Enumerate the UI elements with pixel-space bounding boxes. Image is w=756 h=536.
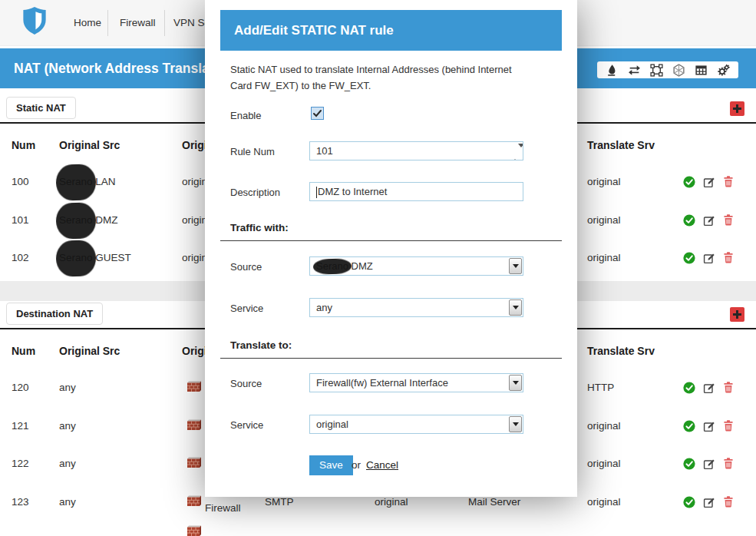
- redacted-text: Serano: [316, 257, 348, 275]
- translate-source-select[interactable]: Firewall(fw) External Interface: [309, 373, 523, 392]
- rule-enabled-icon[interactable]: [683, 214, 695, 227]
- original-src: Serano DMZ: [59, 201, 118, 240]
- rule-num-value: 101: [316, 145, 333, 157]
- spinner-down-icon[interactable]: [518, 144, 523, 159]
- redacted-text: Serano: [59, 239, 93, 277]
- table-row-partial: [0, 513, 756, 536]
- modal-title: Add/Edit STATIC NAT rule: [220, 10, 562, 51]
- traffic-service-select[interactable]: any: [309, 298, 523, 317]
- traffic-source-select[interactable]: Serano DMZ: [309, 256, 523, 276]
- edit-rule-icon[interactable]: [703, 176, 715, 188]
- traffic-service-label: Service: [230, 303, 263, 314]
- rule-num: 121: [12, 407, 29, 445]
- rule-num: 101: [12, 201, 29, 240]
- rule-enabled-icon[interactable]: [683, 176, 695, 188]
- cancel-link[interactable]: Cancel: [366, 459, 398, 471]
- translate-srv: original: [587, 407, 621, 445]
- edit-rule-icon[interactable]: [703, 458, 715, 470]
- delete-rule-icon[interactable]: [722, 495, 735, 508]
- rule-num: 102: [12, 239, 29, 277]
- delete-rule-icon[interactable]: [722, 213, 735, 226]
- column-header: Num: [12, 130, 35, 160]
- traffic-with-heading: Traffic with:: [230, 222, 289, 233]
- enable-label: Enable: [230, 110, 261, 121]
- rule-num: 120: [12, 369, 29, 407]
- translate-service-select[interactable]: original: [309, 415, 523, 434]
- destination-nat-section-label: Destination NAT: [6, 303, 103, 325]
- table-grid-icon[interactable]: [695, 64, 708, 77]
- edit-rule-icon[interactable]: [703, 252, 715, 264]
- nav-item-home[interactable]: Home: [74, 0, 101, 46]
- dropdown-button[interactable]: [509, 258, 522, 274]
- chevron-down-icon: [513, 264, 519, 268]
- modal-header: Add/Edit STATIC NAT rule: [220, 10, 562, 51]
- delete-rule-icon[interactable]: [722, 381, 735, 393]
- column-header: Translate Srv: [587, 130, 655, 160]
- original-src: any: [59, 369, 76, 407]
- firewall-brick-icon: [187, 456, 202, 468]
- delete-rule-icon[interactable]: [722, 457, 735, 469]
- traffic-source-value: DMZ: [352, 260, 373, 272]
- translate-service-label: Service: [230, 419, 263, 431]
- spinner-up-icon[interactable]: [512, 147, 518, 160]
- nav-separator: [107, 10, 108, 36]
- section-rule: [220, 358, 562, 359]
- description-label: Description: [230, 187, 280, 198]
- firewall-brick-icon: [187, 495, 202, 507]
- rule-num: 100: [12, 163, 29, 201]
- exchange-arrows-icon[interactable]: [628, 64, 641, 77]
- translate-srv: original: [587, 201, 621, 240]
- original-src: any: [59, 445, 76, 483]
- translate-source-value: Firewall(fw) External Interface: [316, 377, 448, 389]
- translate-srv: original: [587, 239, 621, 277]
- firewall-brick-icon: [187, 380, 202, 392]
- dropdown-button[interactable]: [509, 299, 522, 316]
- rule-enabled-icon[interactable]: [683, 458, 695, 470]
- edit-rule-icon[interactable]: [703, 496, 715, 508]
- edit-rule-icon[interactable]: [703, 214, 715, 227]
- number-spinner[interactable]: [512, 144, 519, 160]
- edit-rule-icon[interactable]: [703, 420, 715, 432]
- section-rule: [220, 240, 562, 241]
- vector-square-icon[interactable]: [650, 64, 663, 77]
- dropdown-button[interactable]: [509, 416, 522, 432]
- header-toolbar: [597, 61, 738, 78]
- translate-srv: original: [587, 445, 621, 483]
- ink-pen-icon[interactable]: [606, 64, 619, 77]
- chevron-down-icon: [513, 306, 519, 309]
- delete-rule-icon[interactable]: [722, 419, 735, 432]
- translate-srv: original: [587, 163, 621, 201]
- original-src: any: [59, 407, 76, 445]
- description-value: DMZ to Internet: [318, 186, 387, 197]
- delete-rule-icon[interactable]: [722, 175, 735, 187]
- hexagon-lattice-icon[interactable]: [672, 64, 685, 77]
- add-destination-rule-button[interactable]: [730, 307, 744, 322]
- chevron-down-icon: [513, 381, 519, 385]
- modal-description: Static NAT used to translate Internal Ad…: [230, 62, 530, 94]
- dropdown-button[interactable]: [509, 375, 522, 391]
- enable-checkbox[interactable]: [311, 107, 324, 120]
- rule-num-input[interactable]: 101: [309, 141, 523, 160]
- rule-enabled-icon[interactable]: [683, 420, 695, 432]
- rule-enabled-icon[interactable]: [683, 496, 695, 508]
- redacted-text: Serano: [59, 201, 93, 240]
- delete-rule-icon[interactable]: [722, 251, 735, 263]
- add-static-rule-button[interactable]: [730, 101, 744, 116]
- translate-srv: HTTP: [587, 369, 614, 407]
- static-nat-section-label: Static NAT: [6, 97, 76, 119]
- text-cursor: [316, 187, 317, 198]
- cogs-icon[interactable]: [717, 64, 730, 77]
- firewall-brick-icon: [187, 419, 202, 431]
- original-src: Serano LAN: [59, 163, 116, 201]
- rule-enabled-icon[interactable]: [683, 252, 695, 264]
- shield-logo-icon: [21, 6, 48, 35]
- translate-to-heading: Translate to:: [230, 339, 292, 351]
- description-input[interactable]: DMZ to Internet: [309, 182, 523, 201]
- or-text: or: [352, 459, 361, 471]
- original-src: Serano GUEST: [59, 239, 131, 277]
- save-button[interactable]: Save: [309, 455, 353, 475]
- translate-service-value: original: [316, 419, 348, 430]
- rule-enabled-icon[interactable]: [683, 382, 695, 394]
- edit-rule-icon[interactable]: [703, 382, 715, 394]
- nav-item-firewall[interactable]: Firewall: [120, 0, 156, 46]
